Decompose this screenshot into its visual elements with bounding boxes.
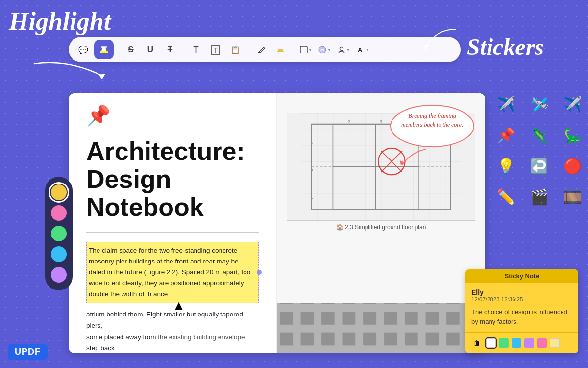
sticky-color-purple[interactable] (524, 338, 534, 348)
svg-point-9 (340, 47, 343, 51)
svg-rect-11 (358, 53, 363, 53)
main-document: 📌 Architecture:Design Notebook The claim… (69, 93, 485, 353)
sticker-pushpin[interactable]: 📌 (492, 122, 519, 149)
svg-text:C: C (311, 195, 314, 200)
textbox-tool-button[interactable]: T (207, 41, 224, 58)
sticker-clapboard2[interactable]: 🎞️ (559, 184, 586, 210)
document-title: Architecture:Design Notebook (86, 137, 259, 222)
color-purple[interactable] (51, 267, 67, 283)
blueprint-caption: 🏠 2.3 Simplified ground floor plan (287, 224, 475, 231)
sticker-clapboard1[interactable]: 🎬 (526, 184, 553, 210)
sticky-color-yellow[interactable] (550, 338, 560, 348)
sticky-color-pink[interactable] (537, 338, 547, 348)
fill-color-button[interactable]: ▼ (316, 41, 333, 58)
doc-paragraph-2: atrium behind them. Eight smaller but eq… (86, 309, 259, 353)
sticky-note-footer: 🗑 (466, 332, 578, 353)
highlight-label: Highlight (9, 9, 111, 34)
callout-tool-button[interactable]: 📋 (226, 41, 244, 58)
color-green[interactable] (51, 226, 67, 241)
user-button[interactable]: ▼ (335, 41, 352, 58)
svg-text:2: 2 (348, 119, 350, 124)
sticky-color-blue[interactable] (512, 338, 521, 348)
sticker-lizard[interactable]: 🦎 (526, 122, 553, 149)
strikethrough2-tool-button[interactable]: T (161, 41, 179, 58)
sticker-plane2[interactable]: 🛩️ (526, 91, 553, 118)
updf-logo: UPDF (8, 344, 48, 360)
doc-divider (86, 232, 259, 233)
svg-text:3: 3 (380, 119, 382, 124)
sticky-delete-button[interactable]: 🗑 (470, 337, 483, 349)
highlight-tool-button[interactable] (94, 40, 114, 59)
svg-rect-3 (101, 46, 107, 48)
marker-tool-button[interactable] (272, 41, 290, 58)
svg-text:A: A (358, 46, 363, 53)
svg-text:members back to the core.: members back to the core. (401, 121, 463, 128)
sticker-red[interactable]: 🔴 (559, 153, 586, 180)
color-blue[interactable] (51, 246, 67, 262)
sticker-plane3[interactable]: ✈️ (559, 91, 586, 118)
svg-rect-7 (300, 46, 307, 53)
svg-marker-0 (99, 74, 105, 79)
toolbar-separator-3 (248, 43, 248, 56)
blueprint-section: Bracing the framing members back to the … (277, 93, 485, 303)
strikethrough-text: the existing building envelope (158, 333, 245, 341)
toolbar-separator-2 (183, 43, 183, 56)
sticky-note: Sticky Note Elly 12/07/2023 12:36:25 The… (466, 269, 578, 353)
sticker-arrow[interactable]: ↩️ (526, 153, 553, 180)
pencil-tool-button[interactable] (252, 41, 270, 58)
cursor-decoration: ▲ (172, 298, 185, 313)
sticky-note-author: Elly (471, 289, 572, 296)
strikethrough-tool-button[interactable]: S (122, 41, 140, 58)
sticker-dino[interactable]: 🦕 (559, 122, 586, 149)
svg-rect-2 (100, 51, 108, 53)
svg-rect-36 (277, 303, 485, 353)
sticky-note-date: 12/07/2023 12:36:25 (471, 296, 572, 302)
color-yellow[interactable] (51, 184, 67, 200)
comment-tool-button[interactable]: 💬 (74, 41, 92, 58)
sticky-color-green[interactable] (499, 338, 509, 348)
highlighted-paragraph: The claim space for the two free-standin… (86, 242, 259, 303)
svg-text:Bracing the framing: Bracing the framing (408, 112, 456, 119)
building-photo-section (277, 303, 485, 353)
color-pink[interactable] (51, 205, 67, 221)
building-photo (277, 303, 485, 353)
sticker-lightbulb[interactable]: 💡 (492, 153, 519, 180)
text-tool-button[interactable]: T (187, 41, 205, 58)
doc-left-column: 📌 Architecture:Design Notebook The claim… (69, 93, 277, 353)
sticky-note-header: Sticky Note (466, 269, 578, 283)
color-palette (45, 177, 73, 290)
underline-tool-button[interactable]: U (142, 41, 159, 58)
sticky-note-content: The choice of design is influenced by ma… (471, 307, 572, 326)
sticker-plane1[interactable]: ✈️ (492, 91, 519, 118)
svg-text:A: A (311, 141, 314, 146)
sticky-color-white[interactable] (486, 338, 496, 348)
stickers-panel: ✈️ 🛩️ ✈️ 📌 🦎 🦕 💡 ↩️ 🔴 ✏️ 🎬 🎞️ (488, 86, 583, 215)
svg-text:B: B (311, 168, 314, 173)
toolbar: 💬 S U T T T 📋 ▼ (69, 37, 461, 62)
sticky-note-body: Elly 12/07/2023 12:36:25 The choice of d… (466, 283, 578, 332)
pushpin-decoration: 📌 (86, 104, 111, 127)
svg-point-8 (319, 46, 326, 53)
highlight-arrow-decoration (29, 59, 108, 83)
text-color-button[interactable]: A ▼ (354, 41, 371, 58)
toolbar-separator-1 (118, 43, 118, 56)
stickers-label: Stickers (467, 33, 544, 60)
shape-tool-button[interactable]: ▼ (298, 41, 314, 58)
toolbar-separator-4 (294, 43, 294, 56)
doc-right-column: Bracing the framing members back to the … (277, 93, 485, 353)
sticker-pencil[interactable]: ✏️ (492, 184, 519, 210)
